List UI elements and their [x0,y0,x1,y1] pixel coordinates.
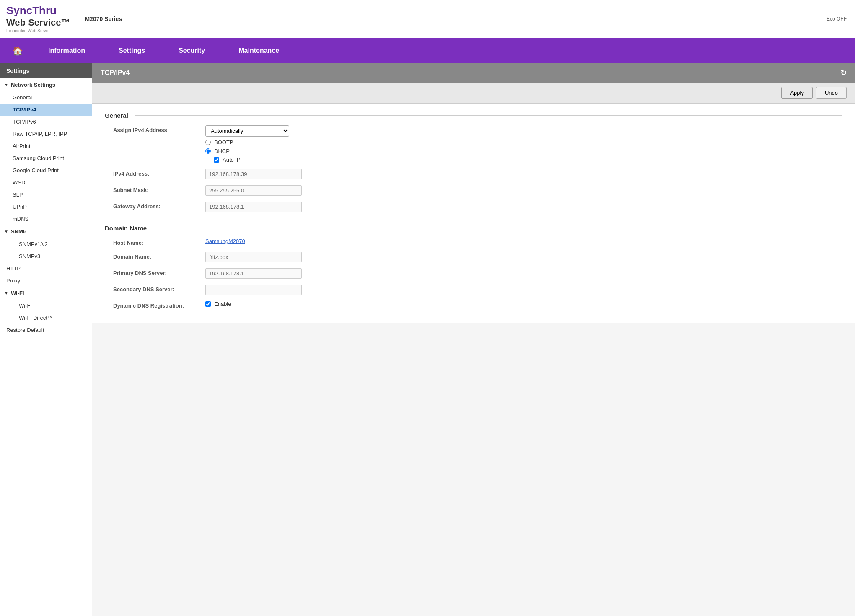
content-header: TCP/IPv4 ↻ [92,63,855,83]
sidebar-item-google-cloud[interactable]: Google Cloud Print [0,164,92,176]
sidebar-item-slp[interactable]: SLP [0,189,92,201]
logo-syncthru: SyncThru [6,4,70,17]
subnet-mask-input[interactable] [205,185,302,196]
sidebar-item-tcp-ipv4[interactable]: TCP/IPv4 [0,104,92,116]
subnet-mask-control [205,185,842,196]
home-icon[interactable]: 🏠 [4,46,31,56]
network-settings-label: Network Settings [11,82,55,88]
ipv4-address-row: IPv4 Address: [105,169,842,179]
assign-ipv4-row: Assign IPv4 Address: Automatically Manua… [105,125,842,163]
ipv4-address-label: IPv4 Address: [113,169,205,177]
refresh-icon[interactable]: ↻ [840,68,847,78]
logo-area: SyncThru Web Service™ Embedded Web Serve… [0,0,76,38]
sidebar-item-http[interactable]: HTTP [0,262,92,274]
assign-ipv4-select[interactable]: Automatically Manually [205,125,289,137]
sidebar-item-wifi[interactable]: Wi-Fi [0,300,92,312]
sidebar-group-wifi[interactable]: ▼ Wi-Fi [0,287,92,300]
sidebar-item-tcp-ipv6[interactable]: TCP/IPv6 [0,116,92,128]
content-title: TCP/IPv4 [101,69,130,77]
dynamic-dns-enable-row: Enable [205,301,842,307]
arrow-icon-wifi: ▼ [4,291,8,295]
dynamic-dns-label: Dynamic DNS Registration: [113,301,205,309]
primary-dns-input[interactable] [205,268,302,279]
primary-dns-row: Primary DNS Server: [105,268,842,279]
sidebar-item-airprint[interactable]: AirPrint [0,140,92,152]
sidebar-title: Settings [0,63,92,78]
logo-subtitle: Embedded Web Server [6,28,70,34]
domain-name-control [205,252,842,262]
gateway-address-row: Gateway Address: [105,202,842,212]
arrow-icon: ▼ [4,83,8,87]
toolbar: Apply Undo [92,83,855,104]
device-name: M2070 Series [85,16,122,22]
bootp-row: BOOTP [205,139,842,145]
sidebar-item-wifi-direct[interactable]: Wi-Fi Direct™ [0,312,92,324]
dhcp-radio[interactable] [205,148,211,154]
domain-name-row: Domain Name: [105,252,842,262]
wifi-label: Wi-Fi [11,290,24,296]
dhcp-label: DHCP [214,148,230,154]
undo-button[interactable]: Undo [816,87,847,99]
sidebar-snmp-section: ▼ SNMP SNMPv1/v2 SNMPv3 [0,225,92,262]
host-name-link[interactable]: SamsungM2070 [205,238,245,244]
sidebar-item-wsd[interactable]: WSD [0,176,92,189]
nav-settings[interactable]: Settings [102,38,162,63]
nav-information[interactable]: Information [31,38,102,63]
gateway-address-label: Gateway Address: [113,202,205,210]
sidebar-group-network-settings[interactable]: ▼ Network Settings [0,78,92,91]
content-body: General Assign IPv4 Address: Automatical… [92,104,855,323]
ipv4-address-control [205,169,842,179]
assign-ipv4-controls: Automatically Manually BOOTP DHCP [205,125,842,163]
subnet-mask-row: Subnet Mask: [105,185,842,196]
sidebar-item-samsung-cloud[interactable]: Samsung Cloud Print [0,152,92,164]
auto-ip-row: Auto IP [214,157,842,163]
radio-group-assign: BOOTP DHCP Auto IP [205,139,842,163]
general-section-title: General [105,112,842,119]
apply-button[interactable]: Apply [781,87,813,99]
enable-label: Enable [214,301,231,307]
auto-ip-label: Auto IP [223,157,241,163]
host-name-label: Host Name: [113,238,205,246]
sidebar-item-mdns[interactable]: mDNS [0,213,92,225]
bootp-label: BOOTP [214,139,233,145]
domain-name-label: Domain Name: [113,252,205,260]
sidebar-item-upnp[interactable]: UPnP [0,201,92,213]
primary-dns-control [205,268,842,279]
dhcp-row: DHCP [205,148,842,154]
gateway-address-input[interactable] [205,202,302,212]
arrow-icon-snmp: ▼ [4,229,8,234]
sidebar-item-restore-default[interactable]: Restore Default [0,324,92,336]
logo-webservice: Web Service™ [6,17,70,28]
gateway-address-control [205,202,842,212]
dynamic-dns-control: Enable [205,301,842,307]
sidebar-item-snmpv3[interactable]: SNMPv3 [0,250,92,262]
secondary-dns-control [205,285,842,295]
sidebar-group-snmp[interactable]: ▼ SNMP [0,225,92,238]
secondary-dns-label: Secondary DNS Server: [113,285,205,292]
bootp-radio[interactable] [205,140,211,145]
auto-ip-checkbox[interactable] [214,157,219,163]
sidebar-item-snmpv1v2[interactable]: SNMPv1/v2 [0,238,92,250]
content-area: TCP/IPv4 ↻ Apply Undo General Assign IPv… [92,63,855,616]
domain-name-section-title: Domain Name [105,225,842,232]
ipv4-address-input[interactable] [205,169,302,179]
eco-status: Eco OFF [826,16,847,22]
host-name-control: SamsungM2070 [205,238,842,244]
subnet-mask-label: Subnet Mask: [113,185,205,193]
secondary-dns-row: Secondary DNS Server: [105,285,842,295]
nav-maintenance[interactable]: Maintenance [222,38,296,63]
sidebar-wifi-section: ▼ Wi-Fi Wi-Fi Wi-Fi Direct™ [0,287,92,324]
dynamic-dns-checkbox[interactable] [205,301,211,307]
sidebar-network-settings: ▼ Network Settings General TCP/IPv4 TCP/… [0,78,92,225]
sidebar: Settings ▼ Network Settings General TCP/… [0,63,92,616]
sidebar-item-general[interactable]: General [0,91,92,104]
primary-dns-label: Primary DNS Server: [113,268,205,276]
dynamic-dns-row: Dynamic DNS Registration: Enable [105,301,842,309]
assign-ipv4-label: Assign IPv4 Address: [113,125,205,133]
sidebar-item-proxy[interactable]: Proxy [0,274,92,287]
nav-security[interactable]: Security [162,38,222,63]
host-name-row: Host Name: SamsungM2070 [105,238,842,246]
secondary-dns-input[interactable] [205,285,302,295]
domain-name-input[interactable] [205,252,302,262]
sidebar-item-raw-tcp[interactable]: Raw TCP/IP, LPR, IPP [0,128,92,140]
